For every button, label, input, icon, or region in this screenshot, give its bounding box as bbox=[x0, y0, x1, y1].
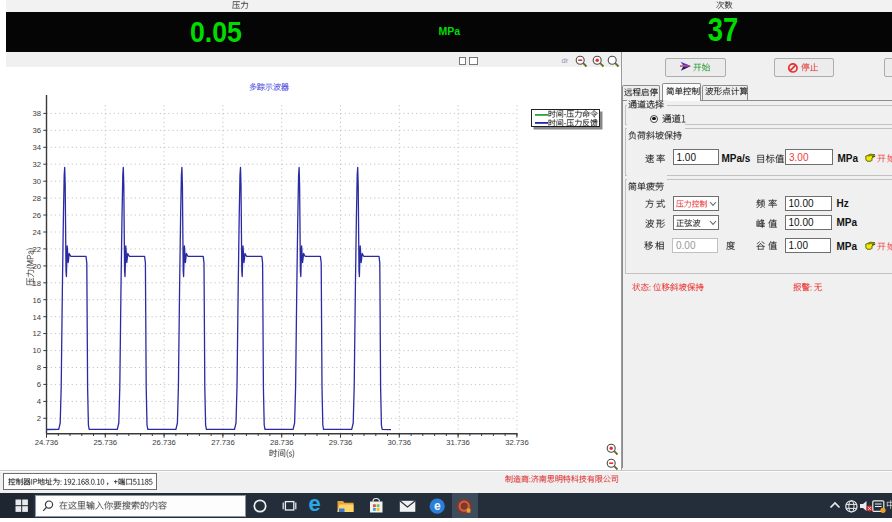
svg-text:6: 6 bbox=[37, 380, 41, 389]
svg-text:24: 24 bbox=[32, 228, 41, 237]
svg-text:32.736: 32.736 bbox=[505, 438, 529, 447]
svg-text:26: 26 bbox=[32, 211, 41, 220]
svg-text:27.736: 27.736 bbox=[211, 438, 235, 447]
svg-text:10: 10 bbox=[32, 346, 41, 355]
svg-text:29.736: 29.736 bbox=[329, 438, 353, 447]
svg-text:e: e bbox=[434, 499, 441, 513]
svg-text:32: 32 bbox=[32, 160, 41, 169]
svg-text:38: 38 bbox=[32, 109, 41, 118]
svg-text:14: 14 bbox=[32, 313, 41, 322]
svg-text:34: 34 bbox=[32, 143, 41, 152]
svg-text:24.736: 24.736 bbox=[35, 438, 59, 447]
svg-text:4: 4 bbox=[37, 397, 42, 406]
svg-text:26.736: 26.736 bbox=[152, 438, 176, 447]
svg-text:36: 36 bbox=[32, 126, 41, 135]
svg-text:28: 28 bbox=[32, 194, 41, 203]
svg-text:28.736: 28.736 bbox=[270, 438, 294, 447]
svg-text:31.736: 31.736 bbox=[446, 438, 470, 447]
svg-text:16: 16 bbox=[32, 296, 41, 305]
svg-text:25.736: 25.736 bbox=[94, 438, 118, 447]
svg-text:30.736: 30.736 bbox=[388, 438, 412, 447]
svg-text:2: 2 bbox=[37, 414, 41, 423]
svg-text:30: 30 bbox=[32, 177, 41, 186]
svg-text:12: 12 bbox=[32, 329, 41, 338]
svg-text:8: 8 bbox=[37, 363, 41, 372]
